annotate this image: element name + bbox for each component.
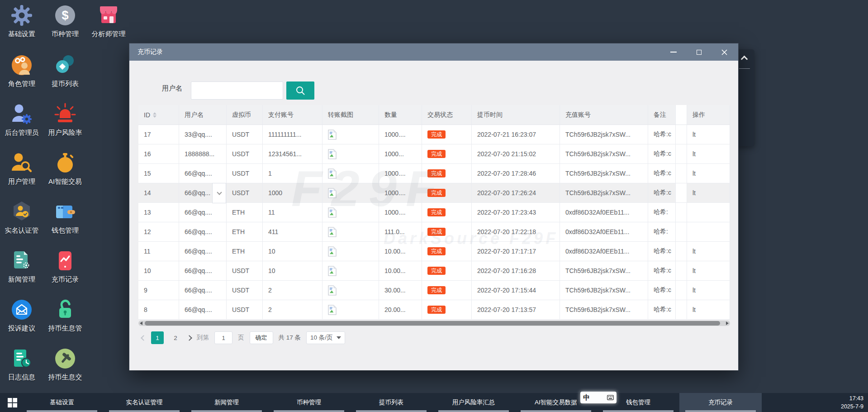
cell-deposit-account: 0xdf86D32Af0EEb11... xyxy=(560,222,648,241)
table-row[interactable]: 9 66@qq.... USDT 2 30.00... 完成 xyxy=(138,281,730,300)
desktop-icon-log-info[interactable]: 日志信息 xyxy=(0,347,43,382)
pagination: 1 2 到第 页 确定 共 17 条 10 条/页 xyxy=(142,331,345,345)
taskbar-item[interactable]: 实名认证管理 xyxy=(103,393,185,412)
withdraw-list-icon xyxy=(53,53,77,77)
desktop-icon-label: 日志信息 xyxy=(0,373,43,382)
image-thumbnail-icon xyxy=(328,305,337,315)
total-count-label: 共 17 条 xyxy=(279,334,301,342)
cell-note: 哈希:c xyxy=(648,125,676,144)
scroll-right-arrow-icon[interactable] xyxy=(726,321,729,325)
cell-coin: USDT xyxy=(227,125,263,144)
desktop-icon-deposit-records[interactable]: 充币记录 xyxy=(43,249,87,284)
image-thumbnail-icon xyxy=(328,168,337,179)
cell-screenshot[interactable] xyxy=(323,125,379,144)
cell-screenshot[interactable] xyxy=(323,222,379,241)
table-row[interactable]: 15 66@qq.... USDT 1 1000.... 完成 xyxy=(138,164,730,183)
table-row[interactable]: 14 66@qq... USDT 1000 1000.... 完成 xyxy=(138,183,730,203)
cell-operation[interactable] xyxy=(687,222,730,241)
cell-note: 哈希:c xyxy=(648,164,676,183)
cell-screenshot[interactable] xyxy=(323,261,379,280)
status-badge: 完成 xyxy=(427,150,446,158)
taskbar-clock[interactable]: 17:43 2025-7-9 xyxy=(841,395,863,411)
cell-screenshot[interactable] xyxy=(323,242,379,261)
close-button[interactable] xyxy=(716,46,732,58)
ime-language-widget[interactable]: 中 xyxy=(580,392,617,403)
desktop-icon-coin-management[interactable]: $ 币种管理 xyxy=(43,4,87,38)
cell-operation[interactable]: lt xyxy=(687,242,730,261)
cell-operation[interactable]: lt xyxy=(687,164,730,183)
cell-screenshot[interactable] xyxy=(323,281,379,300)
desktop-icon-complaints[interactable]: 投诉建议 xyxy=(0,298,43,333)
cell-spacer xyxy=(676,281,687,300)
taskbar-item[interactable]: 新闻管理 xyxy=(185,393,268,412)
header-id[interactable]: ID xyxy=(138,105,179,125)
desktop-icon-label: 分析师管理 xyxy=(87,30,130,38)
taskbar-item[interactable]: 充币记录 xyxy=(679,393,762,412)
table-row[interactable]: 17 33@qq.... USDT 111111111... 1000.... … xyxy=(138,125,730,144)
horizontal-scrollbar[interactable] xyxy=(138,321,730,326)
cell-screenshot[interactable] xyxy=(323,203,379,222)
cell-operation[interactable]: lt xyxy=(687,300,730,319)
desktop-icon-user-risk-rate[interactable]: 用户风险率 xyxy=(43,102,87,137)
table-row[interactable]: 11 66@qq.... ETH 10 10.00... 完成 xyxy=(138,242,730,261)
window-titlebar[interactable]: 充币记录 xyxy=(129,43,738,61)
next-page-icon[interactable] xyxy=(186,335,192,341)
scroll-left-arrow-icon[interactable] xyxy=(140,321,142,325)
desktop-icon-basic-settings[interactable]: 基础设置 xyxy=(0,4,43,38)
page-button-2[interactable]: 2 xyxy=(169,331,182,344)
desktop-icon-withdraw-list[interactable]: 提币列表 xyxy=(43,53,87,88)
prev-page-icon[interactable] xyxy=(141,335,147,341)
desktop-icon-role-management[interactable]: 角色管理 xyxy=(0,53,43,88)
cell-operation[interactable]: lt xyxy=(687,144,730,163)
page-button-1[interactable]: 1 xyxy=(151,331,164,344)
table-row[interactable]: 13 66@qq.... ETH 11 1000.... 完成 xyxy=(138,203,730,222)
cell-operation[interactable]: lt xyxy=(687,183,730,202)
cell-status: 完成 xyxy=(422,261,472,280)
admin-user-gear-icon xyxy=(10,102,33,126)
desktop-icon-news-management[interactable]: 新闻管理 xyxy=(0,249,43,284)
cell-operation[interactable]: lt xyxy=(687,261,730,280)
desktop-icon-wallet-management[interactable]: 钱包管理 xyxy=(43,200,87,235)
row-dropdown-toggle[interactable] xyxy=(212,183,226,203)
desktop-icon-user-management[interactable]: 用户管理 xyxy=(0,151,43,186)
cell-screenshot[interactable] xyxy=(323,300,379,319)
cell-screenshot[interactable] xyxy=(323,144,379,163)
desktop-icon-holding-interest-mgmt[interactable]: 持币生息管 xyxy=(43,298,87,333)
desktop-icon-analyst-management[interactable]: 分析师管理 xyxy=(87,4,130,38)
sort-icon[interactable] xyxy=(153,112,157,118)
cell-deposit-account: TCh59r6JB2jsk7xSW... xyxy=(560,281,648,300)
cell-deposit-account: TCh59r6JB2jsk7xSW... xyxy=(560,261,648,280)
maximize-button[interactable] xyxy=(691,46,707,58)
taskbar-item[interactable]: 币种管理 xyxy=(268,393,350,412)
confirm-button[interactable]: 确定 xyxy=(250,331,273,344)
table-row[interactable]: 8 66@qq.... USDT 2 20.00... 完成 xyxy=(138,300,730,320)
desktop-icon-label: 持币生息交 xyxy=(43,373,87,382)
username-input[interactable] xyxy=(191,81,283,100)
page-size-select[interactable]: 10 条/页 xyxy=(306,331,345,344)
cell-screenshot[interactable] xyxy=(323,164,379,183)
cell-operation[interactable] xyxy=(687,203,730,222)
desktop-icon-realname-verify[interactable]: 实名认证管 xyxy=(0,200,43,235)
goto-page-input[interactable] xyxy=(214,331,232,344)
minimize-button[interactable] xyxy=(666,46,681,58)
cell-screenshot[interactable] xyxy=(323,183,379,202)
taskbar-item[interactable]: 基础设置 xyxy=(21,393,103,412)
cell-operation[interactable]: lt xyxy=(687,125,730,144)
table-row[interactable]: 10 66@qq.... USDT 10 10.00... 完成 xyxy=(138,261,730,281)
desktop-icon-holding-interest-trade[interactable]: 持币生息交 xyxy=(43,347,87,382)
table-row[interactable]: 16 1888888... USDT 12314561... 1000... 完… xyxy=(138,144,730,164)
cell-pay-account: 2 xyxy=(263,300,323,319)
table-row[interactable]: 12 66@qq.... ETH 411 111.0... 完成 xyxy=(138,222,730,242)
desktop-icon-ai-trade[interactable]: AI智能交易 xyxy=(43,151,87,186)
taskbar-item[interactable]: 提币列表 xyxy=(350,393,432,412)
cell-username: 1888888... xyxy=(179,144,227,163)
desktop-icon-backend-admin[interactable]: 后台管理员 xyxy=(0,102,43,137)
taskbar-item[interactable]: 用户风险率汇总 xyxy=(432,393,515,412)
cell-operation[interactable]: lt xyxy=(687,281,730,300)
scrollbar-thumb[interactable] xyxy=(145,321,720,326)
header-status: 交易状态 xyxy=(422,105,472,125)
cell-id: 9 xyxy=(138,281,179,300)
start-button[interactable] xyxy=(4,393,21,412)
search-button[interactable] xyxy=(286,81,314,100)
chevron-up-icon[interactable] xyxy=(741,56,748,63)
